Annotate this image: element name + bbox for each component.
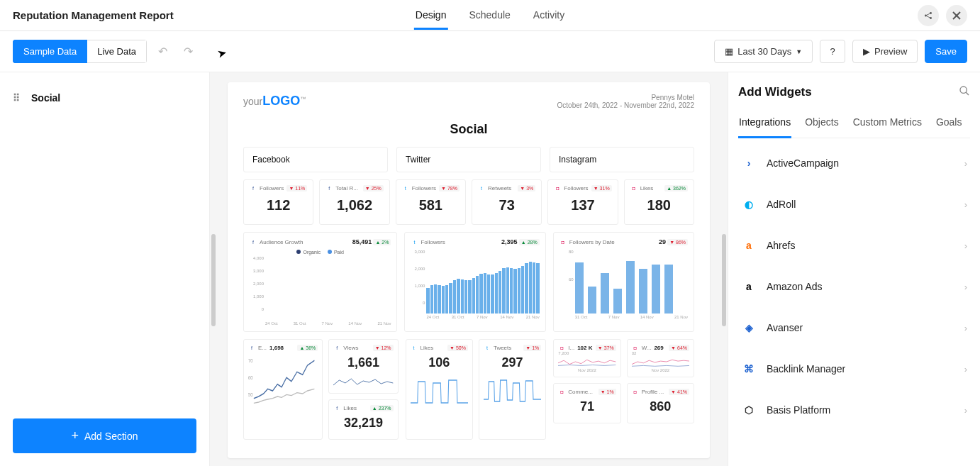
metric-value: 106 (411, 355, 468, 370)
sample-data-button[interactable]: Sample Data (13, 40, 87, 63)
data-mode-segment: Sample Data Live Data (13, 40, 147, 63)
chevron-right-icon: › (964, 199, 967, 210)
chart-delta: ▼ 86% (667, 239, 688, 245)
widget-tabs: Integrations Objects Custom Metrics Goal… (738, 109, 970, 138)
metric-fb-likes[interactable]: fLikes▲ 237% 32,219 (328, 399, 398, 440)
tab-schedule[interactable]: Schedule (467, 1, 511, 30)
redo-button[interactable]: ↷ (178, 42, 198, 62)
add-section-button[interactable]: + Add Section (13, 418, 196, 453)
section-item-social[interactable]: ⠿ Social (13, 92, 196, 104)
search-icon[interactable] (959, 85, 970, 99)
help-button[interactable]: ? (820, 40, 845, 63)
canvas-scrollbar-right[interactable] (722, 234, 726, 326)
integration-label: Amazon Ads (767, 281, 954, 292)
integration-icon: a (741, 279, 757, 294)
integration-icon: ⬡ (741, 402, 757, 418)
metric-card[interactable]: tFollowers▼ 78%581 (396, 179, 466, 225)
client-name: Pennys Motel (557, 94, 694, 101)
live-data-button[interactable]: Live Data (87, 40, 147, 63)
chart-delta: ▲ 28% (519, 239, 540, 245)
integration-icon: ◈ (741, 320, 757, 335)
chart-tw-followers[interactable]: tFollowers2,395 ▲ 28% 3,0002,0001,0000 2… (404, 232, 545, 332)
integration-icon: ◐ (741, 196, 757, 212)
tab-integrations[interactable]: Integrations (738, 109, 791, 138)
integration-label: Avanser (767, 322, 954, 333)
metric-card[interactable]: ◘Likes▲ 362%180 (624, 179, 694, 225)
chart-x-ticks: 24 Oct31 Oct7 Nov14 Nov21 Nov (411, 315, 539, 319)
undo-button[interactable]: ↶ (152, 42, 172, 62)
metric-tw-likes[interactable]: tLikes▼ 50% 106 (406, 339, 473, 440)
plus-icon: + (71, 428, 79, 443)
tab-activity[interactable]: Activity (532, 1, 566, 30)
instagram-icon: ◘ (559, 238, 567, 245)
metric-value: 32,219 (333, 416, 393, 431)
metric-ig-w[interactable]: ◘W... 269▼ 64% 32 Nov 2022 (627, 339, 694, 377)
chevron-down-icon: ▼ (796, 48, 802, 55)
main-area: ⠿ Social + Add Section yourLOGO™ Pennys … (0, 72, 980, 466)
integrations-list: ›ActiveCampaign›◐AdRoll›aAhrefs›aAmazon … (738, 143, 970, 431)
platform-card-facebook[interactable]: Facebook (243, 147, 388, 172)
top-bar: Reputation Management Report Design Sche… (0, 0, 980, 31)
integration-item[interactable]: aAhrefs› (738, 225, 970, 266)
sections-sidebar: ⠿ Social + Add Section (0, 72, 210, 466)
tab-custom-metrics[interactable]: Custom Metrics (852, 109, 923, 138)
chart-label: Followers by Date (569, 239, 615, 245)
integration-item[interactable]: ⌘Backlink Manager› (738, 348, 970, 389)
preview-button[interactable]: ▶Preview (852, 40, 918, 63)
canvas-scrollbar-left[interactable] (211, 234, 216, 326)
drag-handle-icon[interactable]: ⠿ (13, 92, 20, 104)
integration-icon: a (741, 238, 757, 253)
metric-card[interactable]: fTotal R...▼ 25%1,062 (319, 179, 389, 225)
report-page: yourLOGO™ Pennys Motel October 24th, 202… (228, 82, 710, 458)
chevron-right-icon: › (964, 405, 967, 416)
integration-item[interactable]: aAmazon Ads› (738, 266, 970, 307)
platform-card-twitter[interactable]: Twitter (396, 147, 541, 172)
platform-card-instagram[interactable]: Instagram (550, 147, 694, 172)
metric-fb-views[interactable]: fViews▼ 12% 1,661 (328, 339, 398, 394)
add-section-label: Add Section (84, 431, 138, 442)
save-button[interactable]: Save (925, 40, 967, 63)
svg-text:50: 50 (248, 392, 253, 397)
metric-value: 297 (484, 355, 541, 370)
integration-label: AdRoll (767, 199, 954, 210)
metric-value: 71 (558, 399, 616, 414)
integration-item[interactable]: ›ActiveCampaign› (738, 143, 970, 184)
metric-card[interactable]: fFollowers▼ 11%112 (243, 179, 313, 225)
chevron-right-icon: › (964, 323, 967, 333)
chart-value: 85,491 (352, 238, 372, 245)
svg-point-1 (930, 12, 932, 14)
widgets-sidebar: Add Widgets Integrations Objects Custom … (728, 72, 980, 466)
chart-fb-audience-growth[interactable]: fAudience Growth85,491 ▲ 2% OrganicPaid … (243, 232, 397, 332)
tab-objects[interactable]: Objects (804, 109, 839, 138)
close-button[interactable] (946, 5, 967, 26)
integration-icon: › (741, 155, 757, 171)
integration-item[interactable]: ⬡Basis Platform› (738, 389, 970, 431)
integration-item[interactable]: ◈Avanser› (738, 307, 970, 348)
svg-line-3 (927, 13, 930, 15)
integration-item[interactable]: ◐AdRoll› (738, 184, 970, 225)
metric-value: 860 (632, 399, 689, 414)
section-title: Social (243, 122, 694, 137)
metric-card[interactable]: ◘Followers▼ 31%137 (547, 179, 618, 225)
svg-point-0 (925, 14, 927, 16)
tab-design[interactable]: Design (414, 1, 448, 30)
tab-goals[interactable]: Goals (935, 109, 963, 138)
metric-ig-i[interactable]: ◘I... 102 K▼ 37% 7,200 Nov 2022 (553, 339, 620, 377)
play-icon: ▶ (863, 46, 870, 57)
svg-point-2 (930, 17, 932, 19)
metric-fb-e[interactable]: fE... 1,698▲ 36% 706050 (243, 339, 323, 440)
main-tabs: Design Schedule Activity (414, 1, 566, 30)
svg-text:70: 70 (248, 357, 253, 363)
calendar-icon: ▦ (725, 46, 733, 57)
metric-ig-profile[interactable]: ◘Profile ...▼ 41% 860 (627, 383, 694, 423)
metric-ig-comments[interactable]: ◘Comme...▼ 1% 71 (553, 383, 620, 423)
date-range-picker[interactable]: ▦ Last 30 Days ▼ (714, 40, 813, 63)
metric-tw-tweets[interactable]: tTweets▼ 1% 297 (479, 339, 546, 440)
client-info: Pennys Motel October 24th, 2022 - Novemb… (557, 94, 694, 109)
chart-x-ticks: 24 Oct31 Oct7 Nov14 Nov21 Nov (250, 321, 391, 326)
chart-ig-followers-date[interactable]: ◘Followers by Date29 ▼ 86% 8060 31 Oct7 … (553, 232, 694, 332)
chart-label: Followers (421, 239, 445, 245)
metric-card[interactable]: tRetweets▼ 3%73 (472, 179, 542, 225)
date-range-label: Last 30 Days (737, 46, 791, 57)
share-button[interactable] (918, 5, 939, 26)
